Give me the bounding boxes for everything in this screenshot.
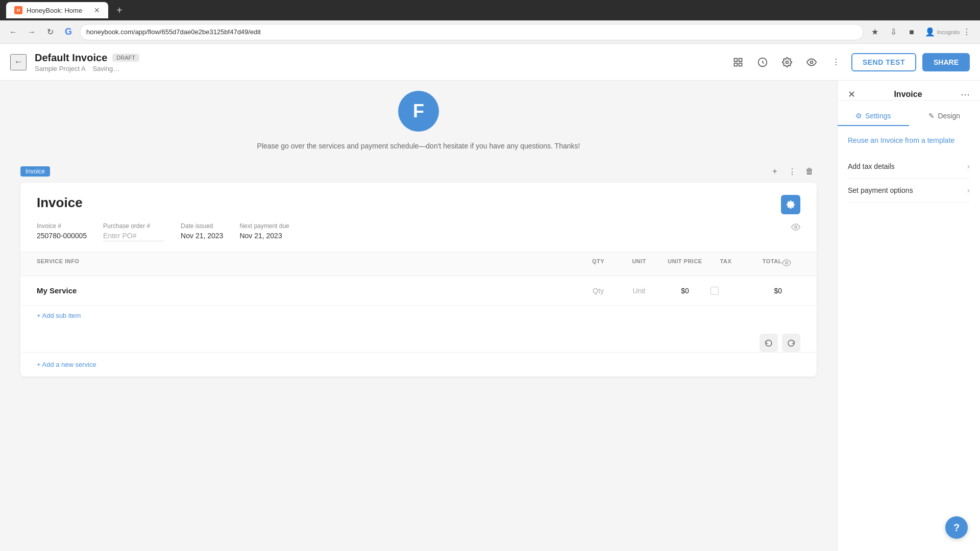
browser-menu-button[interactable]: ⋮ bbox=[960, 25, 974, 39]
tab-close-button[interactable]: ✕ bbox=[94, 6, 100, 14]
po-number-field: Purchase order # Enter PO# bbox=[103, 222, 164, 241]
url-text: honeybook.com/app/flow/655d7dae0e2be3125… bbox=[86, 28, 261, 36]
date-issued-field: Date issued Nov 21, 2023 bbox=[181, 222, 223, 240]
download-button[interactable]: ⇩ bbox=[886, 25, 900, 39]
panel-more-button[interactable]: ⋯ bbox=[961, 89, 970, 100]
content-area[interactable]: F Please go over the services and paymen… bbox=[0, 81, 837, 551]
design-tab-icon: ✎ bbox=[928, 112, 935, 120]
back-button[interactable]: ← bbox=[6, 25, 20, 39]
add-tax-details-section[interactable]: Add tax details › bbox=[848, 155, 970, 179]
delete-block-button[interactable]: 🗑 bbox=[802, 164, 817, 179]
reuse-template-link[interactable]: Reuse an Invoice from a template bbox=[848, 136, 970, 144]
document-title-row: Default Invoice DRAFT bbox=[35, 52, 721, 64]
send-test-button[interactable]: SEND TEST bbox=[851, 53, 916, 71]
add-sub-item-button[interactable]: + Add sub item bbox=[37, 312, 800, 319]
add-tax-details-label: Add tax details bbox=[848, 162, 895, 170]
support-fab-button[interactable]: ? bbox=[945, 516, 968, 539]
browser-titlebar: H HoneyBook: Home ✕ + bbox=[0, 0, 980, 20]
header-actions: ⋮ SEND TEST SHARE bbox=[729, 53, 970, 71]
svg-point-6 bbox=[810, 61, 813, 63]
incognito-label: Incognito bbox=[941, 25, 955, 39]
panel-title: Invoice bbox=[894, 90, 922, 99]
date-issued-label: Date issued bbox=[181, 222, 223, 230]
settings-tab-icon: ⚙ bbox=[855, 112, 862, 120]
document-subtitle: Sample Project A Saving… bbox=[35, 65, 721, 72]
block-menu-button[interactable]: ⋮ bbox=[785, 164, 799, 179]
address-bar[interactable]: honeybook.com/app/flow/655d7dae0e2be3125… bbox=[80, 24, 864, 40]
browser-navbar: ← → ↻ G honeybook.com/app/flow/655d7dae0… bbox=[0, 20, 980, 44]
service-qty[interactable]: Qty bbox=[578, 287, 619, 295]
redo-button[interactable] bbox=[782, 334, 800, 352]
meta-visibility-button[interactable] bbox=[791, 222, 800, 234]
add-new-service-area: + Add a new service bbox=[20, 352, 817, 377]
add-tax-chevron-icon: › bbox=[967, 162, 970, 171]
template-icon-button[interactable] bbox=[729, 53, 747, 71]
set-payment-options-section[interactable]: Set payment options › bbox=[848, 179, 970, 203]
tab-settings[interactable]: ⚙ Settings bbox=[838, 107, 909, 126]
refresh-button[interactable]: ↻ bbox=[43, 25, 57, 39]
invoice-card: Invoice Invoice # 250780-000005 Purchase… bbox=[20, 183, 817, 377]
draft-badge: DRAFT bbox=[112, 54, 139, 62]
add-block-button[interactable]: + bbox=[768, 164, 782, 179]
panel-body: Reuse an Invoice from a template Add tax… bbox=[838, 126, 980, 551]
col-unit-price: UNIT PRICE bbox=[659, 258, 710, 269]
nav-back-button[interactable]: ← bbox=[10, 54, 27, 70]
honeybook-favicon: H bbox=[14, 6, 22, 14]
panel-tabs: ⚙ Settings ✎ Design bbox=[838, 107, 980, 126]
new-tab-button[interactable]: + bbox=[112, 3, 127, 17]
undo-redo-area bbox=[20, 325, 817, 352]
next-payment-value: Nov 21, 2023 bbox=[239, 232, 289, 240]
logo-area: F bbox=[20, 81, 817, 137]
set-payment-options-label: Set payment options bbox=[848, 186, 913, 194]
invoice-block-header: Invoice + ⋮ 🗑 bbox=[20, 160, 817, 183]
app-header: ← Default Invoice DRAFT Sample Project A… bbox=[0, 44, 980, 81]
document-title: Default Invoice bbox=[35, 52, 107, 64]
preview-icon-button[interactable] bbox=[802, 53, 821, 71]
tab-title: HoneyBook: Home bbox=[27, 7, 82, 14]
invoice-settings-button[interactable] bbox=[781, 195, 800, 214]
add-new-service-button[interactable]: + Add a new service bbox=[37, 361, 800, 368]
invoice-card-header: Invoice bbox=[20, 183, 817, 222]
service-price[interactable]: $0 bbox=[659, 287, 710, 295]
po-number-input[interactable]: Enter PO# bbox=[103, 232, 164, 241]
profile-button[interactable]: 👤 bbox=[923, 25, 937, 39]
svg-rect-0 bbox=[734, 58, 737, 61]
service-unit[interactable]: Unit bbox=[619, 287, 659, 295]
right-panel: ✕ Invoice ⋯ ⚙ Settings ✎ Design Reuse an… bbox=[837, 81, 980, 551]
invoice-title: Invoice bbox=[37, 195, 83, 211]
invoice-message: Please go over the services and payment … bbox=[20, 137, 817, 160]
more-options-button[interactable]: ⋮ bbox=[827, 53, 845, 71]
share-button[interactable]: SHARE bbox=[922, 53, 970, 71]
google-apps-button[interactable]: G bbox=[61, 25, 76, 39]
invoice-number-value: 250780-000005 bbox=[37, 232, 87, 240]
panel-close-button[interactable]: ✕ bbox=[848, 89, 855, 100]
po-number-label: Purchase order # bbox=[103, 222, 164, 230]
service-name[interactable]: My Service bbox=[37, 286, 578, 295]
service-total: $0 bbox=[741, 287, 782, 295]
col-service-info: SERVICE INFO bbox=[37, 258, 578, 269]
service-tax-checkbox[interactable] bbox=[710, 287, 741, 295]
browser-tab[interactable]: H HoneyBook: Home ✕ bbox=[6, 2, 108, 18]
google-icon: G bbox=[65, 27, 72, 37]
table-row: My Service Qty Unit $0 $0 bbox=[20, 276, 817, 306]
svg-point-8 bbox=[795, 226, 797, 229]
magic-icon-button[interactable] bbox=[753, 53, 772, 71]
browser-nav-icons: ★ ⇩ ■ 👤 Incognito ⋮ bbox=[868, 25, 974, 39]
svg-rect-1 bbox=[739, 58, 742, 61]
saving-status: Saving… bbox=[92, 65, 119, 72]
next-payment-field: Next payment due Nov 21, 2023 bbox=[239, 222, 289, 240]
settings-icon-button[interactable] bbox=[778, 53, 796, 71]
col-tax: TAX bbox=[710, 258, 741, 269]
bookmark-button[interactable]: ★ bbox=[868, 25, 882, 39]
svg-point-9 bbox=[786, 262, 788, 264]
svg-rect-2 bbox=[734, 63, 737, 66]
design-tab-label: Design bbox=[938, 112, 960, 120]
invoice-canvas: F Please go over the services and paymen… bbox=[0, 81, 837, 397]
extensions-button[interactable]: ■ bbox=[904, 25, 919, 39]
undo-button[interactable] bbox=[760, 334, 778, 352]
add-sub-item-area: + Add sub item bbox=[20, 306, 817, 325]
settings-tab-label: Settings bbox=[865, 112, 891, 120]
tab-design[interactable]: ✎ Design bbox=[909, 107, 981, 126]
forward-button[interactable]: → bbox=[24, 25, 39, 39]
col-visibility bbox=[782, 258, 800, 269]
